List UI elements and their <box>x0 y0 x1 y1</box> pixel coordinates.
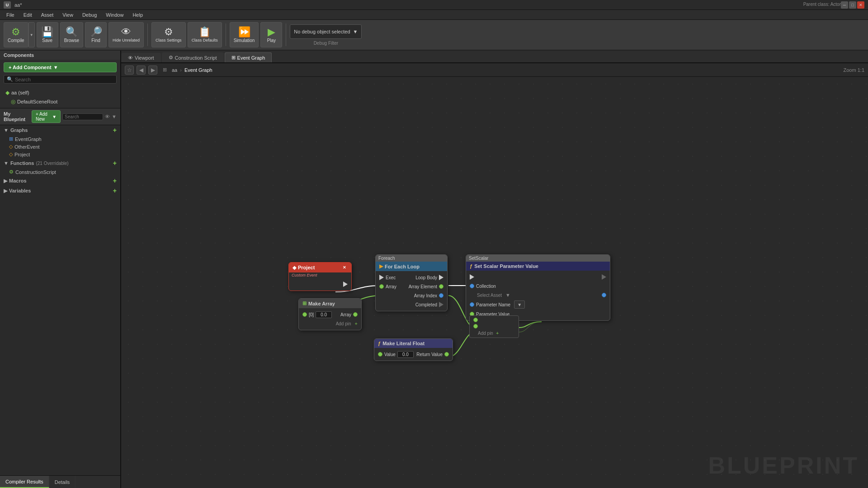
save-button[interactable]: 💾 Save <box>37 22 58 47</box>
other-event-item[interactable]: ◇ OtherEvent <box>0 143 120 150</box>
bottom-tabs: Compiler Results Details <box>0 475 120 488</box>
menu-debug[interactable]: Debug <box>78 11 101 19</box>
search-icon: 🔍 <box>7 76 13 82</box>
setscalar-asset-dropdown[interactable]: ▼ <box>505 292 510 298</box>
variables-section[interactable]: ▶ Variables + <box>0 186 120 196</box>
functions-section[interactable]: ▼ Functions (21 Overridable) + <box>0 158 120 168</box>
variables-add-button[interactable]: + <box>113 187 117 194</box>
setscalar-exec-out[interactable] <box>602 274 606 280</box>
menu-view[interactable]: View <box>58 11 78 19</box>
main-area: 👁 Viewport ⚙ Construction Script ⊞ Event… <box>121 51 868 488</box>
simulation-button[interactable]: ⏩ Simulation <box>230 22 259 47</box>
addpin-add-row[interactable]: Add pin + <box>478 330 515 336</box>
make-array-out-pin[interactable] <box>353 312 358 317</box>
add-new-dropdown: ▼ <box>52 114 57 119</box>
viewport-tab[interactable]: 👁 Viewport <box>121 53 161 62</box>
forward-button[interactable]: ▶ <box>148 66 157 75</box>
menu-file[interactable]: File <box>2 11 19 19</box>
compile-dropdown[interactable]: ▼ <box>28 22 35 47</box>
menu-edit[interactable]: Edit <box>19 11 37 19</box>
setscalar-exec-row <box>466 272 610 282</box>
make-literal-float-node[interactable]: ƒ Make Literal Float Value Return Value <box>374 338 453 361</box>
project-exec-out-pin[interactable] <box>343 282 348 287</box>
project-event-delete-button[interactable]: ✕ <box>341 264 348 271</box>
blueprint-add-new-button[interactable]: + Add New ▼ <box>32 110 61 123</box>
project-event-node[interactable]: ◆ Project ✕ Custom Event <box>288 262 352 291</box>
construction-script-item[interactable]: ⚙ ConstructionScript <box>0 168 120 176</box>
hide-unrelated-icon: 👁 <box>121 27 131 37</box>
macros-add-button[interactable]: + <box>113 177 117 184</box>
foreach-array-in-pin[interactable] <box>379 284 384 289</box>
functions-add-button[interactable]: + <box>113 160 117 167</box>
self-label: aa (self) <box>11 90 29 95</box>
setscalar-paramname-in-pin[interactable] <box>470 302 474 307</box>
mlf-value-input[interactable] <box>397 351 414 358</box>
macros-section[interactable]: ▶ Macros + <box>0 176 120 186</box>
addpin-green-2[interactable] <box>473 324 478 328</box>
event-graph-tab[interactable]: ⊞ Event Graph <box>225 52 272 62</box>
set-scalar-node[interactable]: SetScalar ƒ Set Scalar Parameter Value C… <box>466 254 610 321</box>
breadcrumb-aa[interactable]: aa <box>172 67 177 73</box>
class-defaults-button[interactable]: 📋 Class Defaults <box>188 22 222 47</box>
make-array-elem-pin[interactable] <box>302 312 307 317</box>
debug-object-selector[interactable]: No debug object selected ▼ <box>290 24 362 39</box>
blueprint-search-input[interactable] <box>65 114 101 119</box>
play-label: Play <box>267 38 276 43</box>
components-header: Components <box>0 51 120 60</box>
browse-icon: 🔍 <box>66 27 78 37</box>
compiler-results-tab[interactable]: Compiler Results <box>0 476 49 488</box>
grid-view-button[interactable]: ⊞ <box>160 66 169 75</box>
add-pin-icon[interactable]: + <box>355 321 358 326</box>
compile-button[interactable]: ⚙ Compile <box>4 22 28 47</box>
param-name-input[interactable]: ▼ <box>514 300 525 309</box>
make-array-value-input[interactable] <box>316 311 332 318</box>
menu-window[interactable]: Window <box>101 11 128 19</box>
foreach-exec-in-pin[interactable] <box>379 275 384 280</box>
browse-button[interactable]: 🔍 Browse <box>60 22 83 47</box>
event-graph-item[interactable]: ⊞ EventGraph <box>0 135 120 143</box>
foreach-loop-body-pin[interactable] <box>439 275 443 280</box>
filter-icon[interactable]: ▼ <box>112 114 117 119</box>
graph-canvas[interactable]: ◆ Project ✕ Custom Event Foreach ▶ <box>121 77 868 488</box>
make-array-body: [0] Array Add pin + <box>299 308 361 330</box>
project-item[interactable]: ◇ Project <box>0 150 120 158</box>
component-tree: ◆ aa (self) ◎ DefaultSceneRoot <box>0 86 120 108</box>
make-array-node[interactable]: ⊞ Make Array [0] Array Add pin + <box>298 298 362 330</box>
class-settings-button[interactable]: ⚙ Class Settings <box>151 22 186 47</box>
find-button[interactable]: 🔎 Find <box>85 22 107 47</box>
graphs-add-button[interactable]: + <box>113 127 117 134</box>
menu-asset[interactable]: Asset <box>37 11 58 19</box>
find-label: Find <box>91 38 100 43</box>
back-button[interactable]: ◀ <box>137 66 146 75</box>
bookmark-button[interactable]: ☆ <box>125 66 134 75</box>
addpin-plus-icon[interactable]: + <box>496 330 499 336</box>
foreach-exec-row: Exec Loop Body <box>376 273 447 282</box>
eye-icon[interactable]: 👁 <box>105 114 110 119</box>
graphs-section[interactable]: ▼ Graphs + <box>0 125 120 135</box>
foreach-node[interactable]: Foreach ▶ For Each Loop Exec Loop Body <box>375 254 448 311</box>
default-scene-root-item[interactable]: ◎ DefaultSceneRoot <box>0 97 120 106</box>
mlf-return-pin[interactable] <box>444 352 449 357</box>
construction-script-tab[interactable]: ⚙ Construction Script <box>162 52 224 62</box>
foreach-index-pin[interactable] <box>439 293 443 298</box>
addpin-label: Add pin <box>478 331 493 336</box>
maximize-button[interactable]: □ <box>849 1 856 9</box>
foreach-array-element-pin[interactable] <box>439 284 443 289</box>
details-tab[interactable]: Details <box>49 476 76 488</box>
setscalar-exec-in[interactable] <box>470 274 474 280</box>
addpin-green-1[interactable] <box>473 318 478 322</box>
add-component-button[interactable]: + Add Component ▼ <box>4 62 117 72</box>
minimize-button[interactable]: ─ <box>841 1 848 9</box>
close-button[interactable]: ✕ <box>857 1 864 9</box>
construction-label: ConstructionScript <box>15 169 56 175</box>
setscalar-collection-pin[interactable] <box>470 284 474 288</box>
component-search-input[interactable] <box>15 77 113 82</box>
save-label: Save <box>42 38 52 43</box>
play-button[interactable]: ▶ Play <box>260 22 282 47</box>
setscalar-asset-pin[interactable] <box>602 293 606 297</box>
foreach-completed-pin[interactable] <box>439 302 443 307</box>
hide-unrelated-button[interactable]: 👁 Hide Unrelated <box>108 22 144 47</box>
self-item[interactable]: ◆ aa (self) <box>0 88 120 97</box>
menu-help[interactable]: Help <box>128 11 147 19</box>
mlf-value-pin[interactable] <box>378 352 382 357</box>
